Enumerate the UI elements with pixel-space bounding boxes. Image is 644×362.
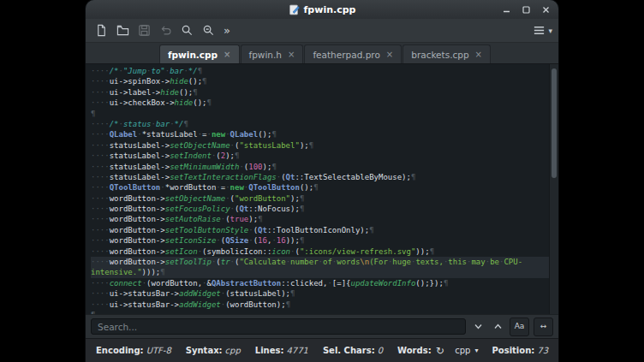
match-case-icon: Aa bbox=[515, 323, 525, 330]
cursor-position: Position: 73 bbox=[492, 346, 548, 355]
tab-brackets-cpp[interactable]: brackets.cpp× bbox=[402, 45, 491, 63]
code-line: ····/*·"Jump·to"·bar·*/¶ bbox=[91, 66, 558, 76]
code-line: ¶ bbox=[91, 310, 558, 314]
search-bar: Aa ↔ bbox=[86, 314, 558, 338]
statusbar-items: Encoding:UTF-8Syntax:cppLines:4771Sel. C… bbox=[96, 345, 444, 357]
code-line: ····statusLabel->setIndent·(2);¶ bbox=[91, 151, 558, 161]
tab-bar: fpwin.cpp×fpwin.h×featherpad.pro×bracket… bbox=[86, 43, 558, 63]
code-line: ····wordButton->setAutoRaise·(true);¶ bbox=[91, 214, 558, 224]
code-line: ····ui->label->hide();¶ bbox=[91, 87, 558, 98]
whole-word-button[interactable]: ↔ bbox=[534, 317, 553, 336]
code-line: ····wordButton->setIcon·(symbolicIcon::i… bbox=[91, 246, 558, 257]
minimize-button[interactable] bbox=[501, 4, 511, 15]
undo-button[interactable] bbox=[156, 21, 175, 39]
toolbar: » ▾ bbox=[86, 19, 558, 43]
code-line: ····connect·(wordButton,·&QAbstractButto… bbox=[91, 278, 558, 288]
tab-fpwin-h[interactable]: fpwin.h× bbox=[241, 45, 304, 63]
code-line: ····ui->checkBox->hide();¶ bbox=[91, 98, 558, 108]
status-item-syntax: Syntax:cpp bbox=[186, 346, 241, 355]
whole-word-icon: ↔ bbox=[540, 323, 547, 330]
code-line: ····ui->spinBox->hide();¶ bbox=[91, 76, 558, 86]
code-line: ····wordButton->setToolTip·(tr·("Calcula… bbox=[91, 257, 550, 267]
code-line: intensive.")));¶ bbox=[91, 267, 550, 277]
tab-close-icon[interactable]: × bbox=[288, 50, 295, 59]
tab-label: featherpad.pro bbox=[313, 50, 379, 60]
code-line: ····statusLabel->setTextInteractionFlags… bbox=[91, 172, 558, 182]
tab-featherpad-pro[interactable]: featherpad.pro× bbox=[304, 45, 402, 63]
vertical-scrollbar[interactable] bbox=[549, 64, 558, 314]
app-document-icon bbox=[289, 4, 300, 15]
status-bar: Encoding:UTF-8Syntax:cppLines:4771Sel. C… bbox=[86, 338, 558, 362]
status-item-words: Words:↻ bbox=[397, 345, 444, 357]
search-previous-button[interactable] bbox=[490, 318, 505, 335]
new-document-button[interactable] bbox=[92, 21, 110, 39]
open-file-button[interactable] bbox=[113, 21, 132, 39]
search-input[interactable] bbox=[91, 318, 466, 335]
match-case-button[interactable]: Aa bbox=[510, 317, 529, 336]
refresh-words-icon[interactable]: ↻ bbox=[436, 345, 444, 357]
find-button[interactable] bbox=[177, 21, 196, 39]
code-line: ¶ bbox=[91, 109, 558, 119]
code-line: ····wordButton->setFocusPolicy·(Qt::NoFo… bbox=[91, 204, 558, 214]
code-lines[interactable]: ····/*·"Jump·to"·bar·*/¶····ui->spinBox-… bbox=[86, 64, 558, 314]
code-line: ····QToolButton·*wordButton·=·new·QToolB… bbox=[91, 182, 558, 193]
scrollbar-thumb[interactable] bbox=[552, 68, 557, 178]
position-label: Position: bbox=[492, 346, 534, 355]
window-title: fpwin.cpp bbox=[304, 4, 356, 15]
tab-label: fpwin.h bbox=[249, 50, 283, 60]
maximize-button[interactable] bbox=[521, 4, 531, 15]
code-line: ····/*·status·bar·*/¶ bbox=[91, 119, 558, 129]
tab-fpwin-cpp[interactable]: fpwin.cpp× bbox=[159, 45, 240, 63]
status-item-encoding: Encoding:UTF-8 bbox=[96, 346, 171, 355]
editor-window: fpwin.cpp bbox=[86, 0, 558, 362]
tab-label: fpwin.cpp bbox=[168, 50, 218, 60]
menu-button[interactable]: ▾ bbox=[533, 25, 552, 36]
status-item-sel-chars: Sel. Chars:0 bbox=[323, 346, 383, 355]
save-file-button[interactable] bbox=[134, 21, 153, 39]
code-area[interactable]: ····/*·"Jump·to"·bar·*/¶····ui->spinBox-… bbox=[86, 63, 558, 314]
syntax-selector[interactable]: cpp ▾ bbox=[455, 346, 478, 355]
code-line: ····statusLabel->setObjectName·("statusL… bbox=[91, 140, 558, 151]
code-line: ····wordButton->setObjectName·("wordButt… bbox=[91, 193, 558, 204]
status-item-lines: Lines:4771 bbox=[255, 346, 308, 355]
tab-close-icon[interactable]: × bbox=[475, 50, 482, 59]
code-line: ····ui->statusBar->addWidget·(wordButton… bbox=[91, 300, 558, 310]
code-line: ····wordButton->setToolButtonStyle·(Qt::… bbox=[91, 225, 558, 235]
tab-label: brackets.cpp bbox=[411, 50, 468, 60]
tab-close-icon[interactable]: × bbox=[386, 50, 393, 59]
tab-close-icon[interactable]: × bbox=[224, 50, 230, 59]
code-line: ····QLabel·*statusLabel·=·new·QLabel();¶ bbox=[91, 129, 558, 139]
syntax-selector-value: cpp bbox=[455, 346, 470, 355]
find-and-replace-button[interactable] bbox=[199, 21, 218, 39]
code-line: ····ui->statusBar->addWidget·(statusLabe… bbox=[91, 288, 558, 299]
code-line: ····statusLabel->setMinimumWidth·(100);¶ bbox=[91, 162, 558, 172]
close-button[interactable] bbox=[540, 4, 551, 15]
chevron-down-icon: ▾ bbox=[474, 347, 478, 354]
menu-arrow-icon: ▾ bbox=[548, 27, 552, 35]
position-value: 73 bbox=[537, 346, 548, 355]
search-next-button[interactable] bbox=[470, 318, 486, 335]
code-line: ····wordButton->setIconSize·(QSize·(16,·… bbox=[91, 235, 558, 246]
titlebar: fpwin.cpp bbox=[86, 0, 558, 19]
toolbar-overflow-icon[interactable]: » bbox=[220, 24, 234, 37]
